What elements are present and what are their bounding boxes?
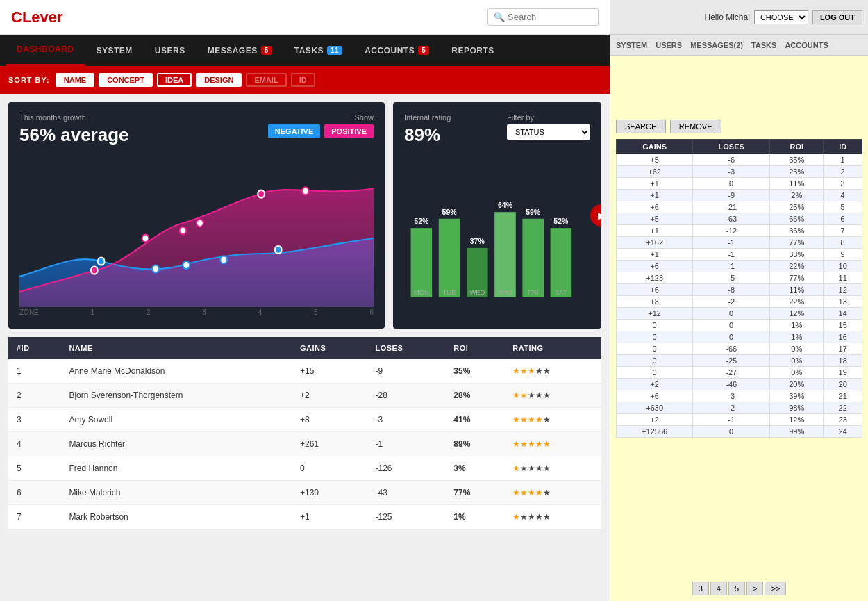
cell-rating: ★★★★★ bbox=[504, 384, 601, 408]
mini-cell-roi: 25% bbox=[770, 166, 824, 178]
mini-col-loses: LOSES bbox=[693, 140, 770, 154]
mini-cell-roi: 1% bbox=[770, 331, 824, 343]
right-nav-tasks[interactable]: TASKS bbox=[749, 40, 779, 51]
mini-cell-id: 5 bbox=[824, 201, 862, 213]
nav-item-messages[interactable]: MESSAGES 5 bbox=[197, 35, 283, 66]
mini-cell-loses: -46 bbox=[693, 379, 770, 390]
sort-btn-name[interactable]: NAME bbox=[56, 73, 94, 87]
svg-point-1 bbox=[152, 265, 159, 273]
zone-label-2: 2 bbox=[147, 308, 151, 316]
mini-cell-roi: 25% bbox=[770, 201, 824, 213]
mini-cell-id: 20 bbox=[824, 379, 862, 390]
sort-btn-idea[interactable]: IDEA bbox=[157, 73, 192, 87]
mini-cell-gains: +1 bbox=[617, 190, 693, 201]
col-header-loses: LOSES bbox=[367, 337, 446, 359]
mini-cell-gains: +128 bbox=[617, 272, 693, 284]
page-btn-3[interactable]: 3 bbox=[692, 582, 709, 595]
mini-cell-roi: 33% bbox=[770, 249, 824, 261]
zone-labels: ZONE 1 2 3 4 5 6 bbox=[19, 307, 374, 318]
filter-select[interactable]: STATUS REGION TYPE bbox=[507, 124, 590, 140]
mini-cell-loses: 0 bbox=[693, 426, 770, 438]
sort-btn-concept[interactable]: CONCEPT bbox=[99, 73, 153, 87]
mini-cell-gains: +8 bbox=[617, 296, 693, 308]
mini-col-roi: ROI bbox=[770, 140, 824, 154]
nav-item-users[interactable]: USERS bbox=[144, 35, 197, 66]
mini-cell-gains: 0 bbox=[617, 355, 693, 367]
btn-negative[interactable]: NEGATIVE bbox=[268, 124, 320, 138]
sort-btn-design[interactable]: DESIGN bbox=[196, 73, 242, 87]
mini-cell-loses: -5 bbox=[693, 272, 770, 284]
sort-btn-email[interactable]: EMAIL bbox=[246, 73, 286, 87]
mini-cell-roi: 36% bbox=[770, 225, 824, 237]
svg-point-5 bbox=[91, 267, 98, 274]
right-nav-system[interactable]: SYSTEM bbox=[613, 40, 650, 51]
svg-text:FRI: FRI bbox=[528, 288, 538, 296]
hello-text: Hello Michal bbox=[705, 13, 750, 22]
svg-text:52%: 52% bbox=[414, 217, 429, 225]
nav-item-system[interactable]: SYSTEM bbox=[85, 35, 144, 66]
table-row: 1 Anne Marie McDonaldson +15 -9 35% ★★★★… bbox=[8, 359, 601, 384]
page-btn-last[interactable]: >> bbox=[765, 582, 786, 595]
right-nav: SYSTEM USERS MESSAGES(2) TASKS ACCOUNTS bbox=[610, 35, 868, 56]
mini-cell-id: 18 bbox=[824, 355, 862, 367]
table-row: 4 Marcus Richter +261 -1 89% ★★★★★ bbox=[8, 432, 601, 456]
cell-id: 3 bbox=[8, 408, 60, 432]
left-chart-card: This months growth 56% average Show NEGA… bbox=[8, 102, 385, 329]
svg-point-10 bbox=[302, 187, 309, 195]
search-input[interactable] bbox=[508, 12, 598, 22]
mini-cell-id: 23 bbox=[824, 414, 862, 426]
toggle-panel-btn[interactable]: ▶ bbox=[590, 204, 601, 227]
mini-cell-roi: 11% bbox=[770, 284, 824, 296]
mini-cell-gains: 0 bbox=[617, 331, 693, 343]
mini-cell-gains: +2 bbox=[617, 414, 693, 426]
mini-table-row: +2 -46 20% 20 bbox=[617, 379, 862, 390]
mini-cell-roi: 22% bbox=[770, 296, 824, 308]
cell-rating: ★★★★★ bbox=[504, 481, 601, 505]
search-box[interactable]: 🔍 bbox=[487, 8, 599, 26]
mini-cell-gains: +1 bbox=[617, 225, 693, 237]
right-chart-card: Internal rating 89% Filter by STATUS REG… bbox=[393, 102, 601, 329]
search-action-btn[interactable]: SEARCH bbox=[616, 120, 666, 133]
mini-cell-loses: -1 bbox=[693, 249, 770, 261]
choose-select[interactable]: CHOOSE bbox=[754, 10, 808, 24]
mini-cell-roi: 12% bbox=[770, 414, 824, 426]
svg-text:MON: MON bbox=[414, 288, 429, 296]
mini-cell-roi: 35% bbox=[770, 154, 824, 166]
mini-cell-id: 6 bbox=[824, 213, 862, 225]
mini-cell-gains: +2 bbox=[617, 379, 693, 390]
remove-action-btn[interactable]: REMOVE bbox=[670, 120, 721, 133]
page-btn-5[interactable]: 5 bbox=[728, 582, 745, 595]
mini-cell-roi: 39% bbox=[770, 390, 824, 402]
right-nav-messages[interactable]: MESSAGES(2) bbox=[687, 40, 746, 51]
mini-cell-roi: 11% bbox=[770, 178, 824, 190]
mini-cell-id: 10 bbox=[824, 261, 862, 272]
mini-cell-id: 21 bbox=[824, 390, 862, 402]
nav-item-accounts[interactable]: ACCOUNTS 5 bbox=[353, 35, 440, 66]
right-nav-accounts[interactable]: ACCOUNTS bbox=[782, 40, 831, 51]
mini-cell-roi: 77% bbox=[770, 237, 824, 249]
right-body: SEARCH REMOVE GAINS LOSES ROI ID +5 bbox=[610, 56, 868, 601]
right-nav-users[interactable]: USERS bbox=[653, 40, 685, 51]
nav-item-tasks[interactable]: TASKS 11 bbox=[283, 35, 353, 66]
cell-loses: -126 bbox=[367, 456, 446, 481]
logout-btn[interactable]: LOG OUT bbox=[812, 10, 862, 24]
nav-item-dashboard[interactable]: DASHBOARD bbox=[6, 35, 85, 66]
accounts-badge: 5 bbox=[418, 46, 429, 55]
mini-cell-loses: -21 bbox=[693, 201, 770, 213]
mini-cell-id: 2 bbox=[824, 166, 862, 178]
mini-cell-roi: 1% bbox=[770, 320, 824, 331]
search-remove-row: SEARCH REMOVE bbox=[616, 120, 862, 133]
mini-cell-loses: -6 bbox=[693, 154, 770, 166]
page-btn-4[interactable]: 4 bbox=[710, 582, 727, 595]
btn-positive[interactable]: POSITIVE bbox=[324, 124, 374, 138]
page-btn-next[interactable]: > bbox=[746, 582, 763, 595]
svg-point-4 bbox=[275, 246, 282, 254]
mini-cell-loses: -8 bbox=[693, 284, 770, 296]
mini-cell-gains: +162 bbox=[617, 237, 693, 249]
mini-table-row: +162 -1 77% 8 bbox=[617, 237, 862, 249]
sort-btn-id[interactable]: ID bbox=[291, 73, 315, 87]
right-chart-value: 89% bbox=[404, 124, 451, 146]
nav-item-reports[interactable]: REPORTS bbox=[440, 35, 506, 66]
mini-cell-gains: +12566 bbox=[617, 426, 693, 438]
mini-table: GAINS LOSES ROI ID +5 -6 35% 1 +62 -3 25… bbox=[616, 139, 862, 438]
